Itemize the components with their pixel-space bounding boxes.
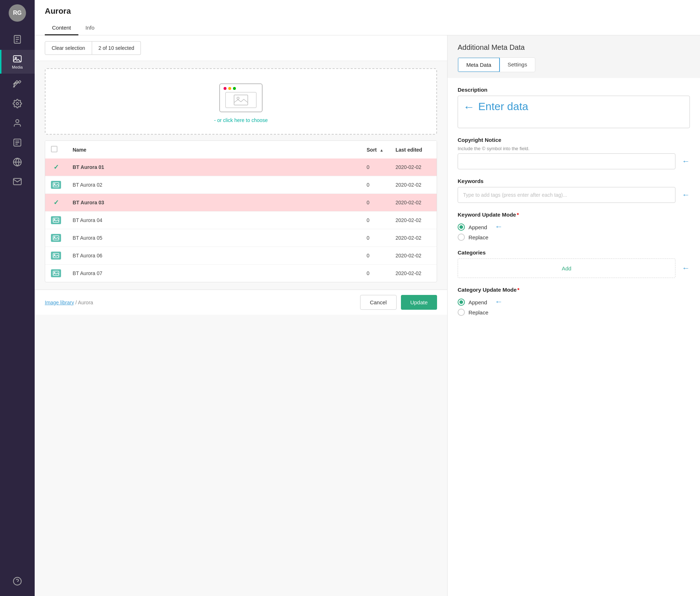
settings-icon: [13, 99, 22, 108]
upload-area[interactable]: - or click here to choose: [45, 68, 437, 135]
categories-row: Add ←: [458, 258, 690, 278]
breadcrumb: Image library / Aurora: [45, 300, 93, 305]
svg-point-14: [13, 577, 21, 585]
breadcrumb-link[interactable]: Image library: [45, 300, 74, 305]
keyword-update-mode-arrow: ←: [495, 222, 503, 231]
dot-yellow: [228, 87, 231, 90]
help-icon: [13, 577, 22, 586]
main-area: Aurora Content Info Clear selection 2 of…: [35, 0, 700, 596]
right-panel-tabs: Meta Data Settings: [458, 57, 535, 72]
description-field-group: Description ← Enter data: [458, 87, 690, 128]
keywords-placeholder: Type to add tags (press enter after each…: [463, 192, 567, 198]
row-name: BT Aurora 06: [67, 247, 361, 265]
row-check-cell[interactable]: ✓: [45, 194, 67, 212]
sidebar-item-help[interactable]: [13, 572, 22, 590]
th-last-edited[interactable]: Last edited: [390, 141, 437, 158]
table-row[interactable]: BT Aurora 07 0 2020-02-02: [45, 265, 437, 282]
keywords-input[interactable]: Type to add tags (press enter after each…: [458, 187, 675, 203]
table-row[interactable]: BT Aurora 04 0 2020-02-02: [45, 212, 437, 229]
dot-red: [224, 87, 226, 90]
svg-point-23: [54, 237, 55, 238]
clear-selection-button[interactable]: Clear selection: [45, 41, 92, 55]
description-label: Description: [458, 87, 690, 93]
media-icon: [13, 54, 22, 64]
keyword-update-mode-group: Keyword Update Mode* Append: [458, 212, 690, 241]
row-sort: 0: [361, 212, 390, 229]
keyword-append-radio[interactable]: Append: [458, 223, 488, 231]
categories-arrow: ←: [682, 264, 690, 273]
tab-content[interactable]: Content: [45, 21, 78, 35]
table-row[interactable]: BT Aurora 05 0 2020-02-02: [45, 229, 437, 247]
copyright-arrow: ←: [682, 157, 690, 166]
category-replace-radio[interactable]: Replace: [458, 309, 488, 316]
table-row[interactable]: ✓ BT Aurora 03 0 2020-02-02: [45, 194, 437, 212]
sidebar-item-user[interactable]: [0, 114, 35, 132]
row-check-cell[interactable]: [45, 229, 67, 247]
copyright-label: Copyright Notice: [458, 137, 690, 143]
upload-link[interactable]: - or click here to choose: [214, 117, 268, 123]
row-check-cell[interactable]: ✓: [45, 158, 67, 176]
user-icon: [13, 118, 22, 128]
sidebar-item-tools[interactable]: [0, 75, 35, 93]
window-dots: [224, 87, 236, 90]
sidebar-nav: Media: [0, 30, 35, 191]
sidebar-item-media[interactable]: Media: [0, 50, 35, 74]
row-check-cell[interactable]: [45, 247, 67, 265]
update-button[interactable]: Update: [401, 295, 437, 310]
keywords-label: Keywords: [458, 178, 690, 184]
sort-arrow-icon: ▲: [380, 148, 384, 152]
toolbar: Clear selection 2 of 10 selected: [35, 35, 447, 61]
globe-icon: [13, 157, 22, 167]
dot-green: [233, 87, 236, 90]
cancel-button[interactable]: Cancel: [360, 295, 397, 310]
category-append-radio[interactable]: Append: [458, 299, 488, 306]
row-check-cell[interactable]: [45, 265, 67, 282]
table-row[interactable]: BT Aurora 06 0 2020-02-02: [45, 247, 437, 265]
file-table: Name Sort ▲ Last edited ✓ BT Aurora 01: [45, 141, 437, 282]
right-panel-header: Additional Meta Data Meta Data Settings: [448, 35, 700, 72]
svg-point-6: [16, 103, 19, 105]
row-check-cell[interactable]: [45, 212, 67, 229]
keywords-input-row: Type to add tags (press enter after each…: [458, 187, 690, 203]
keyword-update-mode-row: Append Replace ←: [458, 221, 690, 241]
rp-tab-metadata[interactable]: Meta Data: [458, 57, 500, 72]
th-check[interactable]: [45, 141, 67, 158]
sidebar-item-settings[interactable]: [0, 95, 35, 113]
row-check-cell[interactable]: [45, 176, 67, 194]
row-sort: 0: [361, 176, 390, 194]
category-update-mode-row: Append Replace ←: [458, 296, 690, 316]
keyword-update-mode-radios: Append Replace: [458, 223, 488, 241]
right-panel: Additional Meta Data Meta Data Settings …: [447, 35, 700, 596]
table-row[interactable]: BT Aurora 02 0 2020-02-02: [45, 176, 437, 194]
copyright-input[interactable]: [458, 153, 675, 169]
category-update-mode-group: Category Update Mode* Append: [458, 287, 690, 316]
table-row[interactable]: ✓ BT Aurora 01 0 2020-02-02: [45, 158, 437, 176]
category-append-outer: [458, 299, 465, 306]
description-box-wrap: ← Enter data: [458, 96, 690, 128]
sidebar-item-documents[interactable]: [0, 30, 35, 48]
th-sort[interactable]: Sort ▲: [361, 141, 390, 158]
svg-rect-16: [234, 95, 248, 105]
copyright-sublabel: Include the © symbol into the field.: [458, 146, 690, 151]
keyword-replace-outer: [458, 234, 465, 241]
keyword-append-outer: [458, 223, 465, 231]
th-name[interactable]: Name: [67, 141, 361, 158]
description-input[interactable]: ← Enter data: [458, 96, 690, 128]
select-all-checkbox[interactable]: [51, 146, 57, 152]
categories-add-button[interactable]: Add: [458, 258, 675, 278]
bottom-footer: Image library / Aurora Cancel Update: [35, 290, 447, 315]
tab-info[interactable]: Info: [78, 21, 102, 35]
right-panel-body: Description ← Enter data Copyright Notic…: [448, 78, 700, 596]
panels-wrapper: Clear selection 2 of 10 selected: [35, 35, 700, 596]
document-icon: [13, 35, 22, 44]
sidebar-item-news[interactable]: [0, 134, 35, 152]
image-thumbnail: [51, 216, 61, 224]
sidebar-item-globe[interactable]: [0, 153, 35, 171]
keyword-replace-radio[interactable]: Replace: [458, 234, 488, 241]
breadcrumb-separator: /: [75, 300, 78, 305]
header-tabs: Content Info: [45, 21, 690, 35]
sidebar-item-mail[interactable]: [0, 173, 35, 191]
rp-tab-settings[interactable]: Settings: [500, 58, 535, 72]
categories-field-group: Categories Add ←: [458, 249, 690, 278]
row-date: 2020-02-02: [390, 212, 437, 229]
